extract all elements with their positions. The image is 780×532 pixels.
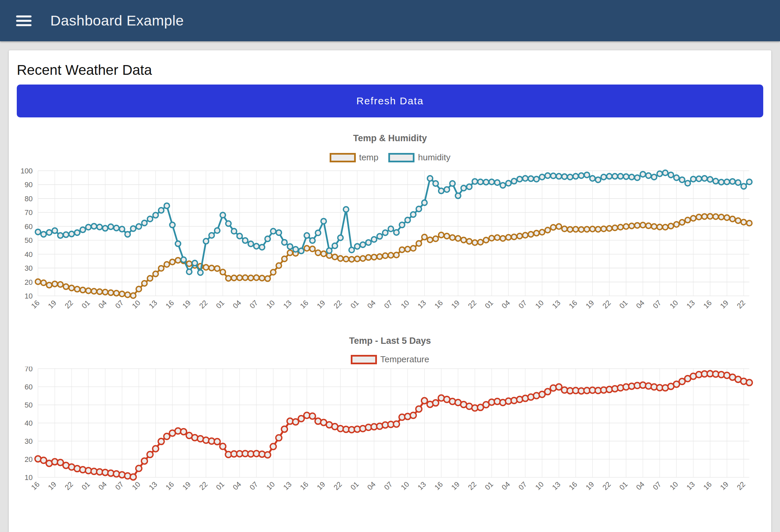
chart1-title: Temp & Humidity [17,133,763,144]
content-card: Recent Weather Data Refresh Data Temp & … [9,50,771,532]
legend-label: temp [359,152,379,163]
svg-text:04: 04 [97,480,108,492]
svg-text:07: 07 [382,480,394,492]
svg-text:19: 19 [46,298,58,310]
svg-text:19: 19 [450,480,461,492]
legend-item-temp[interactable]: temp [330,152,379,163]
svg-text:04: 04 [97,298,108,310]
svg-text:01: 01 [80,480,92,492]
svg-text:30: 30 [25,437,33,445]
svg-text:22: 22 [332,298,344,310]
svg-text:60: 60 [25,223,33,231]
svg-text:10: 10 [534,298,545,310]
svg-text:22: 22 [467,480,478,492]
svg-text:01: 01 [214,298,226,310]
svg-text:04: 04 [500,298,512,310]
svg-text:10: 10 [534,480,545,492]
svg-text:22: 22 [63,298,75,310]
svg-text:07: 07 [114,298,126,310]
svg-text:13: 13 [685,480,696,492]
svg-text:07: 07 [517,298,529,310]
svg-text:16: 16 [701,298,713,310]
chart2-title: Temp - Last 5 Days [17,335,763,346]
svg-text:07: 07 [114,480,126,492]
svg-text:16: 16 [568,480,579,492]
svg-text:10: 10 [131,298,142,310]
svg-text:60: 60 [25,383,33,391]
svg-text:16: 16 [30,298,41,310]
svg-text:01: 01 [349,298,360,310]
svg-text:30: 30 [25,264,33,272]
svg-text:50: 50 [25,236,33,245]
svg-text:13: 13 [282,298,293,310]
svg-text:70: 70 [25,208,33,217]
svg-text:22: 22 [735,298,747,310]
svg-text:01: 01 [618,480,629,492]
temp-last-5-days-chart[interactable]: 1020304050607016192201040710131619220104… [17,367,763,532]
svg-text:22: 22 [197,298,209,310]
svg-text:10: 10 [131,480,142,492]
menu-icon[interactable] [16,13,32,29]
svg-text:16: 16 [701,480,713,492]
svg-text:22: 22 [332,480,344,492]
svg-text:22: 22 [467,298,478,310]
svg-text:16: 16 [164,298,176,310]
svg-text:13: 13 [282,480,293,492]
legend-swatch [388,153,415,162]
svg-text:90: 90 [25,181,33,189]
svg-text:13: 13 [550,298,562,310]
legend-item-humidity[interactable]: humidity [388,152,450,163]
svg-text:10: 10 [265,298,277,310]
svg-text:01: 01 [618,298,629,310]
svg-text:22: 22 [601,480,613,492]
svg-text:10: 10 [668,480,680,492]
svg-text:04: 04 [231,298,243,310]
svg-text:13: 13 [147,480,159,492]
temp-humidity-chart[interactable]: 1020304050607080901001619220104071013161… [17,165,763,321]
legend-item-temperature[interactable]: Temperature [351,354,429,365]
refresh-data-button[interactable]: Refresh Data [17,85,763,117]
svg-text:04: 04 [365,298,377,310]
svg-text:01: 01 [483,480,495,492]
svg-text:13: 13 [550,480,562,492]
svg-text:70: 70 [25,367,33,373]
svg-text:10: 10 [25,473,33,482]
svg-text:04: 04 [231,480,243,492]
svg-text:07: 07 [248,480,259,492]
svg-text:07: 07 [651,480,663,492]
svg-text:19: 19 [584,480,596,492]
svg-text:16: 16 [298,298,310,310]
svg-text:20: 20 [25,278,33,286]
svg-text:19: 19 [450,298,461,310]
svg-text:10: 10 [668,298,680,310]
svg-text:04: 04 [365,480,377,492]
svg-text:10: 10 [265,480,277,492]
svg-text:04: 04 [634,298,646,310]
svg-text:13: 13 [416,480,428,492]
svg-text:10: 10 [25,292,33,300]
svg-text:19: 19 [315,298,327,310]
svg-text:40: 40 [25,419,33,427]
svg-text:04: 04 [634,480,646,492]
svg-text:16: 16 [164,480,176,492]
svg-text:19: 19 [315,480,327,492]
svg-text:22: 22 [601,298,613,310]
svg-text:40: 40 [25,250,33,259]
svg-text:80: 80 [25,195,33,203]
svg-text:07: 07 [248,298,259,310]
svg-text:04: 04 [500,480,512,492]
chart1-legend: temphumidity [17,152,763,163]
legend-swatch [351,355,377,364]
svg-text:07: 07 [382,298,394,310]
svg-text:19: 19 [718,480,730,492]
svg-text:22: 22 [197,480,209,492]
legend-label: humidity [418,152,450,163]
svg-text:20: 20 [25,455,33,464]
legend-label: Temperature [380,354,429,365]
svg-text:01: 01 [349,480,360,492]
svg-text:10: 10 [399,480,411,492]
svg-text:13: 13 [416,298,428,310]
svg-text:01: 01 [214,480,226,492]
svg-text:16: 16 [433,480,445,492]
svg-text:13: 13 [685,298,696,310]
